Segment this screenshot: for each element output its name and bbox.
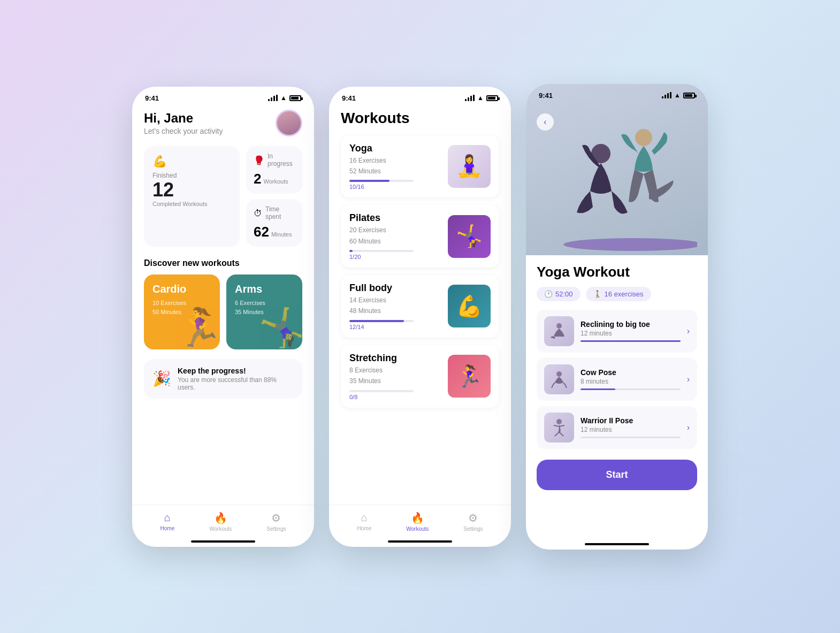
workout-item-stretching[interactable]: Stretching 8 Exercises 35 Minutes 0/8 🏃‍… (341, 345, 499, 408)
inprogress-card: 🥊 In progress 2 Workouts (246, 146, 302, 194)
svg-point-3 (556, 323, 562, 329)
progress-banner: 🎉 Keep the progress! You are more succes… (144, 359, 302, 399)
home-label-w: Home (357, 525, 372, 531)
workouts-icon-w: 🔥 (411, 512, 424, 524)
workouts-nav-label: Workouts (209, 526, 232, 532)
reclining-chevron[interactable]: › (687, 326, 690, 336)
status-bar-workouts: 9:41 ▲ (329, 87, 511, 104)
yoga-duration: 52 Minutes (349, 166, 414, 177)
yoga-detail-content: Yoga Workout 🕐 52:00 🚶 16 exercises (526, 255, 708, 499)
home-bottom-nav: ⌂ Home 🔥 Workouts ⚙ Settings (132, 505, 314, 536)
exercise-item-warrior[interactable]: Warrior II Pose 12 minutes › (537, 406, 697, 449)
warrior-name: Warrior II Pose (581, 416, 681, 425)
finished-label: Finished (152, 172, 231, 179)
stretching-progress-label: 0/8 (349, 394, 414, 400)
yoga-exercises: 16 Exercises (349, 155, 414, 166)
wifi-icon: ▲ (280, 94, 287, 102)
time-badge: 🕐 52:00 (537, 287, 581, 301)
nav-home[interactable]: ⌂ Home (161, 512, 175, 531)
warrior-chevron[interactable]: › (687, 423, 690, 432)
banner-text: Keep the progress! You are more successf… (178, 367, 294, 391)
stretching-name: Stretching (349, 353, 414, 364)
home-indicator-w (388, 540, 452, 543)
workout-item-fullbody[interactable]: Full body 14 Exercises 48 Minutes 12/14 … (341, 275, 499, 338)
exercise-item-cow[interactable]: Cow Pose 8 minutes › (537, 358, 697, 401)
timespent-sublabel: Minutes (271, 231, 292, 238)
greeting-title: Hi, Jane (144, 111, 223, 126)
yoga-figures (526, 84, 708, 255)
right-stats: 🥊 In progress 2 Workouts ⏱ Time spent (246, 146, 302, 247)
pilates-progress-fill (349, 250, 353, 252)
cardio-card[interactable]: Cardio 10 Exercises 50 Minutes 🏃‍♀️ (144, 274, 220, 349)
greeting-subtitle: Let's check your activity (144, 127, 223, 135)
status-bar-home: 9:41 ▲ (132, 87, 314, 104)
pilates-progress-label: 1/20 (349, 254, 414, 260)
battery-icon-w (486, 95, 498, 101)
pilates-progress-bar (349, 250, 414, 252)
cow-progress-fill (581, 388, 615, 390)
warrior-thumb (544, 413, 574, 443)
time-badge-value: 52:00 (555, 290, 573, 298)
nav-settings-home[interactable]: ⚙ Settings (266, 512, 286, 532)
exercise-item-reclining[interactable]: Reclining to big toe 12 minutes › (537, 310, 697, 353)
pilates-info: Pilates 20 Exercises 60 Minutes 1/20 (349, 212, 414, 260)
svg-point-2 (635, 129, 652, 146)
stats-row: 💪 Finished 12 Completed Workouts 🥊 In pr… (144, 146, 302, 247)
yoga-name: Yoga (349, 143, 414, 154)
cardio-title: Cardio (152, 283, 211, 295)
cow-thumb (544, 364, 574, 394)
nav-workouts-w[interactable]: 🔥 Workouts (406, 512, 429, 532)
wifi-icon-y: ▲ (674, 91, 681, 99)
workouts-label-w: Workouts (406, 526, 429, 532)
start-button[interactable]: Start (537, 460, 697, 490)
timespent-number: 62 (254, 224, 269, 240)
back-icon: ‹ (544, 117, 546, 127)
phones-container: 9:41 ▲ Hi, Jane Let's check (132, 84, 708, 550)
yoga-info: Yoga 16 Exercises 52 Minutes 10/16 (349, 143, 414, 190)
cow-name: Cow Pose (581, 368, 681, 377)
nav-workouts-home[interactable]: 🔥 Workouts (209, 512, 232, 532)
pilates-duration: 60 Minutes (349, 236, 414, 247)
fullbody-progress-label: 12/14 (349, 324, 414, 330)
battery-icon-y (683, 93, 695, 98)
banner-emoji: 🎉 (152, 370, 171, 387)
fullbody-exercises: 14 Exercises (349, 295, 414, 306)
workout-item-pilates[interactable]: Pilates 20 Exercises 60 Minutes 1/20 🤸‍♀… (341, 205, 499, 268)
settings-nav-label: Settings (266, 526, 286, 532)
nav-home-w[interactable]: ⌂ Home (357, 512, 372, 531)
reclining-thumb (544, 316, 574, 346)
nav-settings-w[interactable]: ⚙ Settings (463, 512, 483, 532)
yoga-hero: ‹ (526, 84, 708, 255)
workout-item-yoga[interactable]: Yoga 16 Exercises 52 Minutes 10/16 🧘‍♀️ (341, 135, 499, 198)
workouts-bottom-nav: ⌂ Home 🔥 Workouts ⚙ Settings (329, 505, 511, 536)
yoga-thumbnail: 🧘‍♀️ (448, 145, 491, 188)
time-home: 9:41 (145, 94, 159, 102)
back-button[interactable]: ‹ (537, 113, 554, 131)
phone-workouts: 9:41 ▲ Workouts Yoga (329, 87, 511, 547)
stretching-duration: 35 Minutes (349, 376, 414, 386)
signal-icon (268, 95, 278, 101)
exercises-badge: 🚶 16 exercises (586, 287, 651, 301)
reclining-progress-bar (581, 340, 681, 342)
svg-point-4 (556, 371, 562, 377)
timespent-emoji: ⏱ (254, 209, 262, 218)
timespent-label: Time spent (265, 205, 295, 220)
fullbody-progress-fill (349, 320, 404, 322)
finished-sublabel: Completed Workouts (152, 201, 231, 207)
inprogress-label: In progress (268, 152, 295, 167)
yoga-svg (537, 105, 697, 255)
workouts-content: Workouts Yoga 16 Exercises 52 Minutes 10… (329, 104, 511, 522)
wifi-icon-w: ▲ (477, 94, 484, 102)
timespent-card: ⏱ Time spent 62 Minutes (246, 199, 302, 247)
fullbody-progress-bar (349, 320, 414, 322)
home-indicator (191, 540, 255, 543)
phone-home: 9:41 ▲ Hi, Jane Let's check (132, 87, 314, 547)
cow-chevron[interactable]: › (687, 375, 690, 384)
arms-card[interactable]: Arms 6 Exercises 35 Minutes 🤸‍♀️ (226, 274, 302, 349)
signal-icon-y (662, 92, 671, 98)
banner-subtitle: You are more successful than 88% users. (178, 376, 294, 391)
home-content: Hi, Jane Let's check your activity 💪 Fin… (132, 104, 314, 399)
reclining-name: Reclining to big toe (581, 320, 681, 329)
settings-label-w: Settings (463, 526, 483, 532)
home-indicator-y (585, 543, 649, 545)
